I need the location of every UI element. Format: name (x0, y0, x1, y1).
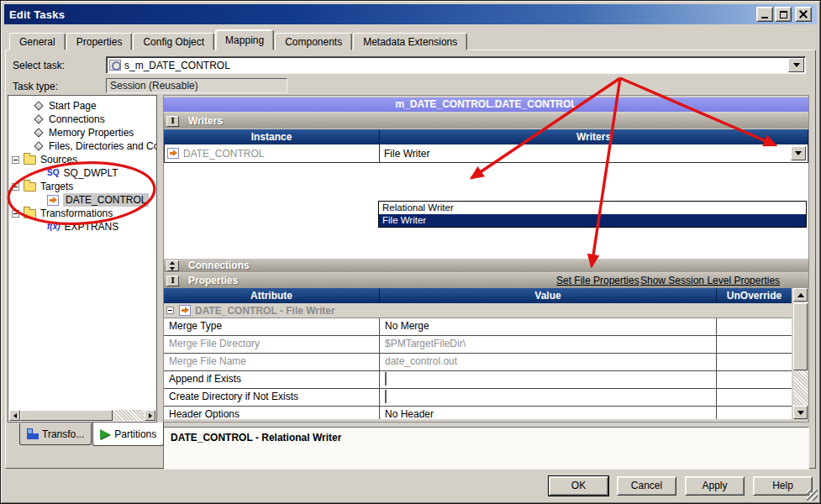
instance-cell: DATE_CONTROL (164, 144, 380, 163)
attribute-cell: Merge Type (164, 318, 380, 335)
scrollbar-thumb[interactable] (793, 303, 808, 370)
edit-tasks-dialog: Edit Tasks General Properties Config Obj… (0, 0, 821, 504)
tree-item-date-control[interactable]: DATE_CONTROL (8, 193, 156, 207)
properties-vertical-scrollbar[interactable] (793, 288, 808, 419)
attribute-cell: Create Directory if Not Exists (164, 389, 380, 406)
column-header-instance: Instance (164, 129, 380, 144)
properties-section-header: I Properties Set File Properties Show Se… (164, 273, 808, 288)
mapping-tree: Start Page Connections Memory Properties… (8, 96, 156, 234)
folder-icon (24, 182, 36, 192)
maximize-button[interactable] (775, 7, 792, 22)
collapse-icon: I (171, 117, 175, 125)
tab-config-object[interactable]: Config Object (133, 33, 214, 50)
create-directory-checkbox[interactable] (385, 390, 387, 403)
tab-strip: General Properties Config Object Mapping… (9, 32, 468, 50)
resize-grip[interactable] (807, 490, 818, 501)
tree-item-files-directories[interactable]: Files, Directories and Comm (8, 139, 156, 153)
tab-transformations[interactable]: Transfo... (19, 423, 92, 445)
collapse-icon[interactable] (12, 156, 19, 164)
chevron-down-icon (795, 151, 802, 155)
expand-collapse-icon (170, 261, 176, 270)
tree-item-transformations[interactable]: Transformations (8, 207, 156, 220)
cancel-button[interactable]: Cancel (617, 476, 676, 496)
collapse-icon[interactable] (166, 307, 174, 314)
attribute-cell: Merge File Directory (164, 336, 380, 353)
close-button[interactable] (795, 7, 812, 22)
transformations-icon (27, 428, 39, 439)
tab-partitions[interactable]: Partitions (92, 423, 164, 446)
tree-horizontal-scrollbar[interactable] (9, 410, 155, 421)
column-header-value: Value (380, 288, 717, 303)
chevron-down-icon (793, 63, 800, 67)
dropdown-option-relational-writer[interactable]: Relational Writer (379, 202, 806, 214)
triangle-right-icon (149, 413, 152, 418)
folder-icon (24, 209, 36, 218)
tab-mapping[interactable]: Mapping (215, 29, 274, 50)
tree-item-start-page[interactable]: Start Page (8, 99, 156, 113)
collapse-section-button[interactable]: I (166, 116, 179, 127)
attribute-cell: Header Options (164, 407, 380, 419)
tab-properties[interactable]: Properties (66, 33, 133, 50)
tree-item-memory-properties[interactable]: Memory Properties (8, 126, 156, 139)
window-title: Edit Tasks (4, 8, 65, 21)
title-bar[interactable]: Edit Tasks (4, 4, 817, 24)
task-type-label: Task type: (13, 81, 58, 92)
value-cell[interactable]: No Merge (380, 318, 717, 335)
writers-section-header: I Writers (164, 113, 808, 129)
scroll-down-button[interactable] (793, 406, 808, 419)
expand-section-button[interactable] (166, 260, 179, 271)
tab-components[interactable]: Components (275, 33, 352, 50)
append-if-exists-checkbox[interactable] (385, 372, 387, 386)
tree-item-targets[interactable]: Targets (8, 180, 156, 193)
folder-icon (24, 155, 36, 165)
triangle-down-icon (797, 411, 804, 415)
unoverride-cell (717, 336, 792, 353)
collapse-icon[interactable] (12, 183, 19, 191)
set-file-properties-link[interactable]: Set File Properties (556, 275, 639, 286)
tree-item-sq-dwplt[interactable]: SQSQ_DWPLT (8, 166, 156, 180)
collapse-icon[interactable] (12, 210, 19, 218)
ok-button[interactable]: OK (549, 476, 608, 496)
tree-item-exptrans[interactable]: f(x)EXPTRANS (8, 220, 156, 234)
mapping-instance-header: m_DATE_CONTROL.DATE_CONTROL (164, 97, 808, 112)
tree-item-connections[interactable]: Connections (8, 113, 156, 126)
column-header-unoverride: UnOverride (717, 288, 792, 303)
select-task-combo[interactable]: s_m_DATE_CONTROL (106, 56, 806, 74)
tab-metadata-extensions[interactable]: Metadata Extensions (353, 33, 467, 50)
apply-button[interactable]: Apply (685, 476, 745, 496)
unoverride-cell (717, 407, 792, 419)
connections-section-header: Connections (164, 259, 808, 272)
page-icon (34, 141, 43, 150)
target-icon (179, 305, 191, 316)
show-session-level-properties-link[interactable]: Show Session Level Properties (640, 275, 780, 286)
collapse-section-button[interactable]: I (166, 276, 179, 286)
scroll-left-button[interactable] (9, 410, 20, 421)
attribute-cell: Merge File Name (164, 354, 380, 370)
writer-dropdown-button[interactable] (791, 146, 806, 160)
minimize-icon (761, 17, 768, 18)
page-icon (34, 114, 43, 123)
partitions-icon (100, 429, 110, 439)
unoverride-cell[interactable] (717, 318, 792, 335)
unoverride-cell (717, 389, 792, 406)
value-cell: date_control.out (380, 354, 717, 370)
dropdown-option-file-writer[interactable]: File Writer (379, 214, 806, 227)
minimize-button[interactable] (756, 7, 773, 22)
help-button[interactable]: Help (753, 476, 813, 496)
value-cell (380, 389, 717, 406)
select-task-dropdown-button[interactable] (788, 58, 804, 72)
value-cell: $PMTargetFileDir\ (380, 336, 717, 353)
property-group-row[interactable]: DATE_CONTROL - File Writer (164, 303, 792, 318)
value-cell[interactable]: No Header (380, 407, 717, 419)
scroll-up-button[interactable] (793, 288, 808, 302)
tree-item-sources[interactable]: Sources (8, 153, 156, 166)
scrollbar-thumb[interactable] (20, 410, 113, 421)
table-row: Merge File Directory $PMTargetFileDir\ (164, 336, 792, 354)
maximize-icon (780, 11, 787, 18)
writers-grid: Instance Writers DATE_CONTROL File Write… (164, 129, 808, 259)
writer-type-cell[interactable]: File Writer (380, 144, 808, 163)
scroll-right-button[interactable] (145, 410, 155, 421)
value-cell (380, 371, 717, 388)
mapping-detail-panel: m_DATE_CONTROL.DATE_CONTROL I Writers In… (163, 95, 809, 423)
tab-general[interactable]: General (9, 33, 66, 50)
